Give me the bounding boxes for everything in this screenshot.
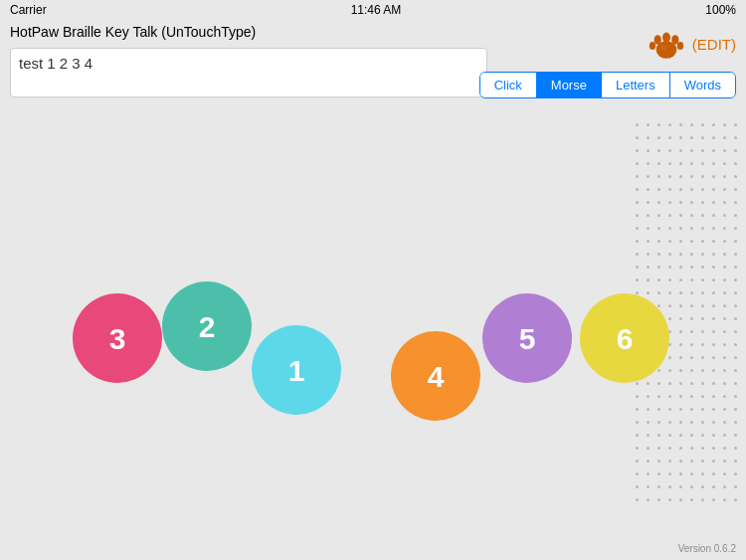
dot-pattern [632, 119, 746, 517]
svg-point-4 [650, 42, 655, 50]
status-bar: Carrier 11:46 AM 100% [0, 0, 746, 20]
paw-icon [647, 24, 686, 64]
output-text: test 1 2 3 4 [19, 55, 93, 72]
tab-letters[interactable]: Letters [602, 73, 670, 97]
time-text: 11:46 AM [351, 3, 402, 17]
carrier-text: Carrier [10, 3, 47, 17]
version-label: Version 0.6.2 [678, 543, 736, 554]
edit-button[interactable]: (EDIT) [692, 36, 736, 53]
svg-point-1 [662, 32, 670, 42]
left-panel: HotPaw Braille Key Talk (UnTouchType) te… [0, 20, 497, 560]
svg-text:6: 6 [617, 322, 634, 355]
output-text-area[interactable]: test 1 2 3 4 [10, 48, 487, 97]
tab-click[interactable]: Click [480, 73, 537, 97]
svg-point-2 [653, 35, 660, 45]
svg-point-3 [671, 35, 678, 45]
tab-morse[interactable]: Morse [537, 73, 602, 97]
header-right: (EDIT) [647, 24, 736, 64]
svg-point-6 [660, 46, 666, 51]
app-title: HotPaw Braille Key Talk (UnTouchType) [10, 24, 256, 40]
tab-words[interactable]: Words [670, 73, 735, 97]
svg-text:5: 5 [519, 322, 536, 355]
tab-bar: Click Morse Letters Words [479, 72, 736, 98]
battery-text: 100% [705, 3, 736, 17]
svg-point-5 [677, 42, 683, 50]
app-header: HotPaw Braille Key Talk (UnTouchType) [0, 20, 497, 44]
